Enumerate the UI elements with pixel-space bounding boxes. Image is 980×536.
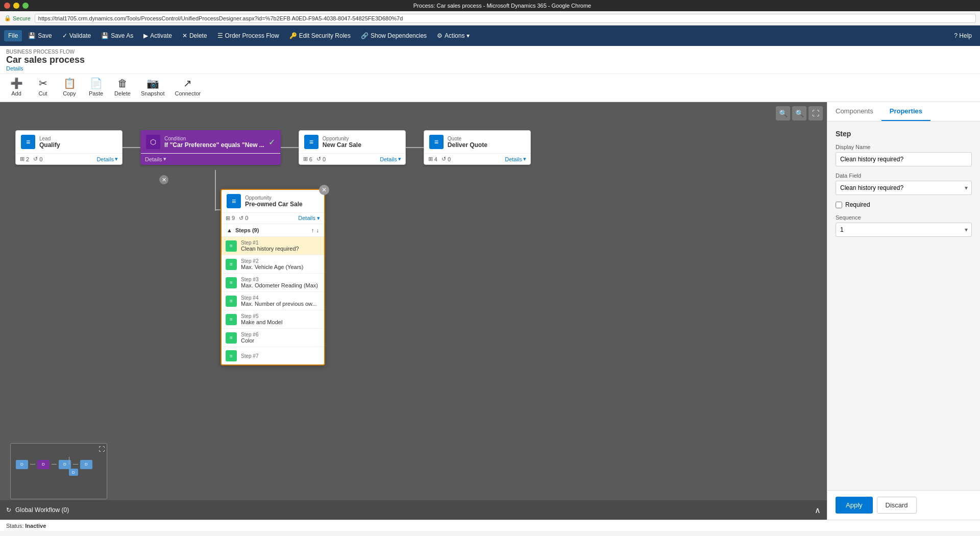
condition-details-button[interactable]: Details ▾: [145, 156, 166, 162]
save-as-button[interactable]: 💾 Save As: [97, 30, 137, 41]
activate-button[interactable]: ▶ Activate: [139, 30, 176, 41]
main-container: 🔍 🔍 ⛶ ≡ Lead Qualify: [0, 102, 980, 520]
opp-new-chevron-icon: ▾: [398, 156, 401, 162]
step-item-1[interactable]: ≡ Step #1 Clean history required?: [222, 237, 324, 255]
add-icon: ➕: [10, 77, 23, 89]
details-link[interactable]: Details: [0, 65, 980, 74]
snapshot-toolbar-item[interactable]: 📷 Snapshot: [139, 76, 166, 98]
quote-node-type: Quote: [448, 136, 525, 141]
step-item-2[interactable]: ≡ Step #2 Max. Vehicle Age (Years): [222, 255, 324, 274]
step-7-icon: ≡: [226, 350, 237, 361]
step-3-num: Step #3: [241, 277, 320, 282]
steps-icon: ⊞: [20, 156, 24, 162]
address-input[interactable]: [35, 14, 976, 23]
condition-node[interactable]: ⬡ Condition If "Car Preference" equals "…: [140, 130, 281, 165]
step-item-4[interactable]: ≡ Step #4 Max. Number of previous ow...: [222, 292, 324, 310]
delete-button[interactable]: ✕ Delete: [178, 30, 211, 41]
browser-min-btn[interactable]: [13, 3, 19, 9]
add-toolbar-item[interactable]: ➕ Add: [6, 76, 27, 98]
sequence-select[interactable]: 1 2 3: [836, 223, 972, 237]
global-workflow-label: Global Workflow (0): [15, 506, 69, 514]
fullscreen-button[interactable]: ⛶: [808, 106, 823, 120]
copy-toolbar-item[interactable]: 📋 Copy: [59, 76, 80, 98]
quote-node[interactable]: ≡ Quote Deliver Quote ⊞ 4 ↺ 0 Deta: [424, 130, 531, 165]
expanded-node-name: Pre-owned Car Sale: [245, 201, 319, 208]
quote-node-name: Deliver Quote: [448, 141, 525, 149]
zoom-out-button[interactable]: 🔍: [792, 106, 806, 120]
save-button[interactable]: 💾 Save: [24, 30, 56, 41]
quote-steps-icon: ⊞: [428, 156, 433, 162]
file-menu-button[interactable]: File: [4, 30, 22, 41]
mini-connector-2: [52, 464, 57, 465]
order-icon: ☰: [217, 32, 223, 39]
global-workflow-bar: ↻ Global Workflow (0) ∧: [0, 500, 827, 520]
step-item-7[interactable]: ≡ Step #7: [222, 347, 324, 364]
tab-properties[interactable]: Properties: [881, 102, 930, 121]
expanded-flows-stat: ↺ 0: [239, 215, 248, 222]
connector-toolbar-item[interactable]: ↗ Connector: [173, 76, 203, 98]
help-button[interactable]: ? Help: [950, 30, 976, 41]
sort-down-icon: ↓: [316, 227, 320, 233]
quote-node-icon: ≡: [429, 135, 444, 149]
opportunity-new-details-button[interactable]: Details ▾: [380, 156, 401, 162]
data-field-select[interactable]: Clean history required?: [836, 181, 972, 195]
actions-button[interactable]: ⚙ Actions ▾: [433, 30, 474, 41]
browser-max-btn[interactable]: [22, 3, 29, 9]
apply-button[interactable]: Apply: [836, 497, 873, 514]
condition-close-button[interactable]: ✕: [159, 175, 168, 184]
canvas[interactable]: 🔍 🔍 ⛶ ≡ Lead Qualify: [0, 102, 827, 520]
app-header: File 💾 Save ✓ Validate 💾 Save As ▶ Activ…: [0, 26, 980, 46]
bpf-label: BUSINESS PROCESS FLOW: [0, 48, 980, 55]
delete-toolbar-item[interactable]: 🗑 Delete: [112, 77, 133, 98]
delete-icon: ✕: [182, 32, 187, 39]
opportunity-new-node[interactable]: ≡ Opportunity New Car Sale ⊞ 6 ↺ 0: [299, 130, 406, 165]
display-name-input[interactable]: [836, 152, 972, 166]
fullscreen-icon: ⛶: [812, 109, 819, 117]
expanded-details-button[interactable]: Details ▾: [298, 215, 320, 222]
paste-toolbar-item[interactable]: 📄 Paste: [86, 76, 106, 98]
browser-close-btn[interactable]: [4, 3, 10, 9]
condition-node-icon: ⬡: [146, 135, 160, 149]
order-process-flow-button[interactable]: ☰ Order Process Flow: [213, 30, 283, 41]
quote-steps-stat: ⊞ 4: [428, 156, 437, 162]
steps-header: ▲ Steps (9) ↑ ↓: [222, 224, 324, 237]
browser-address-bar: 🔒 Secure: [0, 11, 980, 26]
step-1-name: Clean history required?: [241, 246, 320, 252]
lead-qualify-node[interactable]: ≡ Lead Qualify ⊞ 2 ↺ 0 Details ▾: [15, 130, 122, 165]
lead-details-button[interactable]: Details ▾: [96, 156, 118, 162]
expanded-steps-stat: ⊞ 9: [226, 215, 235, 222]
show-dependencies-button[interactable]: 🔗 Show Dependencies: [357, 30, 431, 41]
step-4-icon: ≡: [226, 296, 237, 307]
step-1-icon: ≡: [226, 240, 237, 252]
mini-map: ⛶ D D D D D: [10, 443, 107, 499]
expand-triangle-icon: ▲: [227, 227, 232, 233]
opp-new-flows-stat: ↺ 0: [316, 156, 326, 162]
edit-security-roles-button[interactable]: 🔑 Edit Security Roles: [285, 30, 355, 41]
quote-details-button[interactable]: Details ▾: [505, 156, 526, 162]
global-workflow-icon: ↻: [6, 506, 11, 514]
opp-steps-icon: ⊞: [303, 156, 308, 162]
validate-button[interactable]: ✓ Validate: [58, 30, 95, 41]
step-4-name: Max. Number of previous ow...: [241, 301, 320, 307]
tab-components[interactable]: Components: [827, 102, 881, 121]
opportunity-new-footer: ⊞ 6 ↺ 0 Details ▾: [299, 154, 405, 164]
status-bar: Status: Inactive: [0, 520, 980, 531]
lead-node-name: Qualify: [39, 141, 117, 149]
discard-button[interactable]: Discard: [877, 497, 917, 514]
step-6-name: Color: [241, 337, 320, 344]
expanded-node-type: Opportunity: [245, 195, 319, 201]
global-workflow-toggle-button[interactable]: ∧: [815, 505, 821, 515]
opportunity-new-type: Opportunity: [323, 136, 400, 141]
step-item-3[interactable]: ≡ Step #3 Max. Odometer Reading (Max): [222, 274, 324, 292]
activate-icon: ▶: [143, 32, 148, 39]
zoom-in-icon: 🔍: [779, 109, 788, 117]
quote-header: ≡ Quote Deliver Quote: [424, 131, 530, 154]
step-item-5[interactable]: ≡ Step #5 Make and Model: [222, 310, 324, 329]
cut-toolbar-item[interactable]: ✂ Cut: [33, 76, 53, 98]
expanded-node-close-button[interactable]: ✕: [319, 185, 329, 195]
required-checkbox[interactable]: [836, 202, 842, 208]
mini-map-expand-button[interactable]: ⛶: [99, 446, 105, 453]
zoom-in-button[interactable]: 🔍: [776, 106, 790, 120]
data-field-select-wrapper: Clean history required? ▾: [836, 181, 972, 195]
step-item-6[interactable]: ≡ Step #6 Color: [222, 329, 324, 347]
